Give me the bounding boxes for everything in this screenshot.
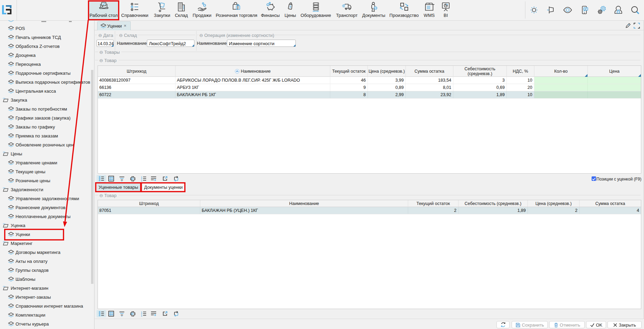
svg-text:$: $ (289, 5, 292, 9)
